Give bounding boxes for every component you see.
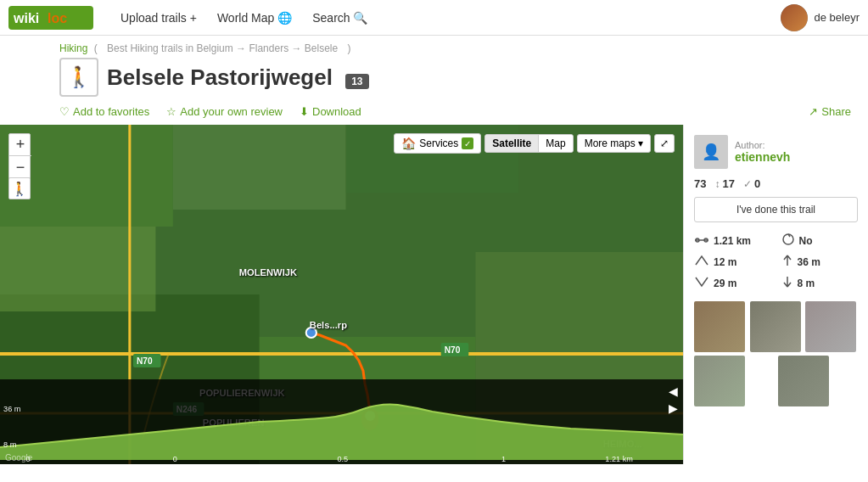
photo-1[interactable] [694,301,745,352]
fullscreen-btn[interactable]: ⤢ [654,134,675,153]
map-view-toggle: Satellite Map [484,134,573,153]
author-name[interactable]: etiennevh [735,150,790,164]
svg-text:MOLENWIJK: MOLENWIJK [239,267,297,277]
breadcrumb: Hiking ( Best Hiking trails in Belgium →… [59,42,851,54]
metric-down: 8 m [781,275,859,291]
svg-text:36 m: 36 m [3,405,20,413]
favorite-label: Add to favorites [73,105,149,118]
svg-text:0: 0 [173,455,177,463]
svg-text:N70: N70 [137,356,153,366]
author-info: Author: etiennevh [735,140,790,164]
nav-upload-trails[interactable]: Upload trails + [110,0,207,36]
routes-icon: ↕ [714,178,720,190]
author-block: 👤 Author: etiennevh [694,135,858,169]
add-review-btn[interactable]: ☆ Add your own review [166,105,283,118]
title-area: 🚶 Belsele Pastorijwegel 13 [59,54,851,104]
nav-world-map[interactable]: World Map 🌐 [207,0,302,36]
share-label: Share [821,105,851,118]
down-icon [781,275,793,291]
photo-3[interactable] [805,301,856,352]
elevation-prev[interactable]: ◀ [669,384,678,398]
username[interactable]: de beleyr [815,11,860,24]
svg-text:loc: loc [48,11,67,25]
elevation-bar: 0 0 0.5 1 1.21 km 36 m 8 m ◀ ▶ [0,379,683,464]
google-watermark: Google [5,453,32,462]
download-label: Download [312,105,361,118]
services-check-icon: ✓ [462,137,473,149]
logo[interactable]: wiki loc [8,6,93,30]
descent-value: 29 m [714,277,736,289]
photo-2[interactable] [750,301,801,352]
breadcrumb-path: Best Hiking trails in Belgium → Flanders… [107,42,338,54]
stats-row: 73 ↕ 17 ✓ 0 [694,177,858,190]
title-text: Belsele Pastorijwegel 13 [107,64,369,91]
elevation-nav: ◀ ▶ [669,384,678,415]
sidebar: 👤 Author: etiennevh 73 ↕ 17 ✓ 0 I've don… [683,125,868,464]
max-alt-icon [694,255,709,269]
svg-text:N70: N70 [445,345,461,355]
up-icon [781,254,793,270]
star-icon: ☆ [166,105,176,118]
satellite-view-btn[interactable]: Satellite [485,135,538,152]
circular-icon [781,233,795,249]
trail-badge: 13 [345,74,368,89]
review-label: Add your own review [180,105,283,118]
svg-text:0.5: 0.5 [337,455,348,463]
trail-title: Belsele Pastorijwegel 13 [107,64,369,91]
download-btn[interactable]: ⬇ Download [300,105,361,118]
zoom-out-btn[interactable]: − [9,156,31,178]
svg-text:Bels...rp: Bels...rp [310,320,347,330]
map-view-btn[interactable]: Map [539,135,572,152]
share-btn[interactable]: ↗ Share [809,105,851,118]
add-to-favorites-btn[interactable]: ♡ Add to favorites [59,105,149,118]
download-icon: ⬇ [300,105,309,118]
metric-max-alt: 12 m [694,254,771,270]
trail-header-area: Hiking ( Best Hiking trails in Belgium →… [0,36,868,105]
photo-5[interactable] [778,356,829,406]
map-container[interactable]: N70 N70 N246 MOLENWIJK POPULIERENWIJK PO… [0,125,683,464]
map-toolbar: 🏠 Services ✓ Satellite Map More maps ▾ ⤢ [394,133,675,154]
done-trail-btn[interactable]: I've done this trail [694,197,858,222]
elevation-next[interactable]: ▶ [669,401,678,415]
services-btn[interactable]: 🏠 Services ✓ [394,133,481,154]
descent-icon [694,276,709,290]
svg-text:8 m: 8 m [3,440,16,449]
photos-row1 [694,301,858,352]
favorites-count: 73 [694,177,706,190]
metric-up: 36 m [781,254,859,270]
default-avatar-icon: 👤 [702,143,720,161]
person-icon: 🚶 [11,181,28,197]
user-avatar[interactable] [781,4,808,31]
street-view-btn[interactable]: 🚶 [8,177,31,199]
circular-value: No [799,235,813,247]
distance-icon [694,234,709,248]
more-maps-btn[interactable]: More maps ▾ [577,134,651,153]
done-count: 0 [754,177,760,190]
photos-row2 [694,356,858,406]
author-label: Author: [735,140,790,150]
svg-rect-10 [0,227,155,311]
services-house-icon: 🏠 [401,137,416,150]
action-bar: ♡ Add to favorites ☆ Add your own review… [0,105,868,125]
photo-4[interactable] [694,356,745,406]
routes-stat: ↕ 17 [714,177,734,190]
uphill-value: 36 m [798,256,820,268]
main-area: N70 N70 N246 MOLENWIJK POPULIERENWIJK PO… [0,125,868,464]
metric-circular: No [781,233,859,249]
nav-search[interactable]: Search 🔍 [302,0,378,36]
breadcrumb-separator: ( [94,42,98,54]
services-label: Services [419,137,458,149]
favorites-stat: 73 [694,177,706,190]
breadcrumb-close: ) [348,42,351,54]
zoom-in-btn[interactable]: + [9,134,31,156]
map-zoom-control: + − [8,133,31,179]
share-icon: ↗ [809,105,818,118]
done-icon: ✓ [743,178,752,190]
trail-title-text: Belsele Pastorijwegel [107,64,333,90]
svg-text:wiki: wiki [13,11,39,25]
svg-text:1.21 km: 1.21 km [605,455,633,463]
header: wiki loc Upload trails + World Map 🌐 Sea… [0,0,868,36]
distance-value: 1.21 km [714,235,751,247]
breadcrumb-type[interactable]: Hiking [59,42,87,54]
main-nav: Upload trails + World Map 🌐 Search 🔍 [110,0,781,36]
